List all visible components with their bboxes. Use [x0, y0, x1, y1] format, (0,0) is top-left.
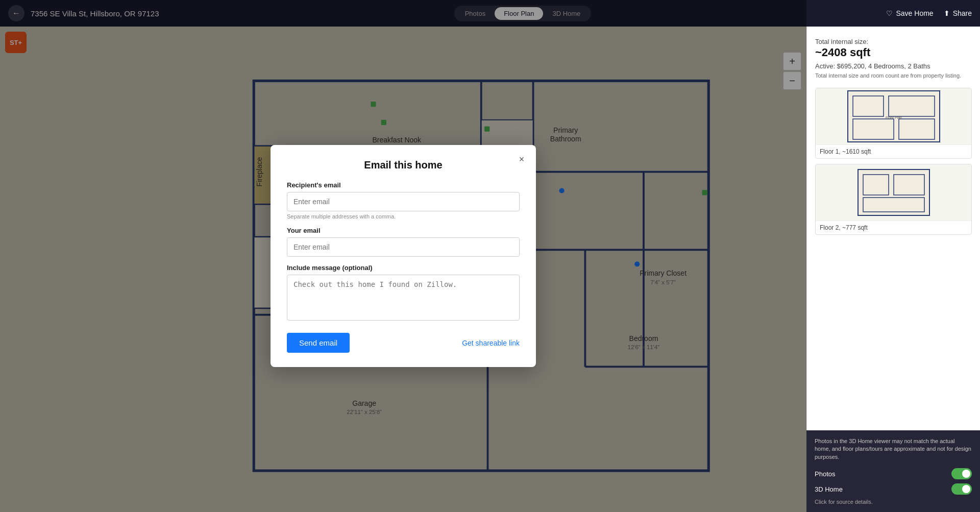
save-home-button[interactable]: ♡ Save Home	[886, 9, 933, 17]
floor-1-label: Floor 1, ~1610 sqft	[816, 144, 971, 158]
photos-toggle-label: Photos	[815, 470, 835, 478]
your-email-input[interactable]	[287, 237, 520, 257]
share-icon: ⬆	[944, 9, 950, 17]
recipient-email-group: Recipient's email Separate multiple addr…	[287, 181, 520, 220]
floor-1-image: Floor Plan	[816, 88, 971, 144]
share-button[interactable]: ⬆ Share	[944, 9, 972, 17]
shareable-link-button[interactable]: Get shareable link	[462, 339, 520, 347]
send-email-button[interactable]: Send email	[287, 333, 350, 353]
message-group: Include message (optional)	[287, 264, 520, 323]
save-label: Save Home	[896, 9, 933, 17]
size-label: Total internal size:	[815, 37, 972, 46]
size-value: ~2408 sqft	[815, 46, 972, 59]
your-email-label: Your email	[287, 227, 520, 234]
modal-overlay: × Email this home Recipient's email Sepa…	[0, 0, 806, 512]
recipient-label: Recipient's email	[287, 181, 520, 189]
your-email-group: Your email	[287, 227, 520, 257]
modal-title: Email this home	[287, 159, 520, 171]
photos-toggle-row: Photos	[815, 468, 972, 479]
floor-2-label: Floor 2, ~777 sqft	[816, 221, 971, 234]
photos-toggle[interactable]	[951, 468, 972, 479]
message-label: Include message (optional)	[287, 264, 520, 272]
size-title: Total internal size:	[815, 38, 868, 45]
topbar-right: ♡ Save Home ⬆ Share	[886, 9, 972, 17]
message-textarea[interactable]	[287, 275, 520, 321]
email-modal: × Email this home Recipient's email Sepa…	[271, 145, 536, 367]
floor-2-thumbnail[interactable]: Floor 2, ~777 sqft	[815, 164, 972, 235]
heart-icon: ♡	[886, 9, 893, 17]
floor-1-thumbnail[interactable]: Floor Plan Floor 1, ~1610 sqft	[815, 88, 972, 159]
bottom-toggles: Photos in the 3D Home viewer may not mat…	[806, 430, 980, 512]
floor-2-image	[816, 164, 971, 221]
home3d-toggle[interactable]	[951, 483, 972, 495]
share-label: Share	[953, 9, 972, 17]
svg-text:Floor Plan: Floor Plan	[886, 116, 902, 119]
home3d-toggle-row: 3D Home	[815, 483, 972, 495]
click-source[interactable]: Click for source details.	[815, 499, 972, 505]
modal-actions: Send email Get shareable link	[287, 333, 520, 353]
recipient-email-input[interactable]	[287, 192, 520, 211]
home3d-toggle-label: 3D Home	[815, 485, 843, 493]
recipient-hint: Separate multiple addresses with a comma…	[287, 213, 520, 220]
bottom-disclaimer: Photos in the 3D Home viewer may not mat…	[815, 437, 972, 461]
stats-note: Total internal size and room count are f…	[815, 72, 972, 80]
active-stats: Active: $695,200, 4 Bedrooms, 2 Baths	[815, 62, 972, 70]
modal-close-button[interactable]: ×	[514, 152, 529, 166]
